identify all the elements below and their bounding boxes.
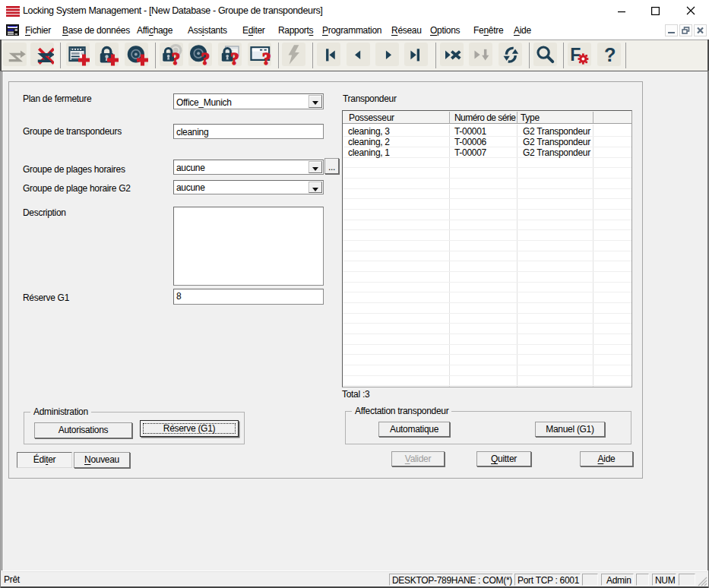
svg-text:?: ? xyxy=(230,49,239,66)
svg-text:?: ? xyxy=(201,49,210,66)
svg-text:?: ? xyxy=(261,49,271,66)
svg-text:?: ? xyxy=(171,49,180,66)
svg-text:?: ? xyxy=(604,44,616,65)
